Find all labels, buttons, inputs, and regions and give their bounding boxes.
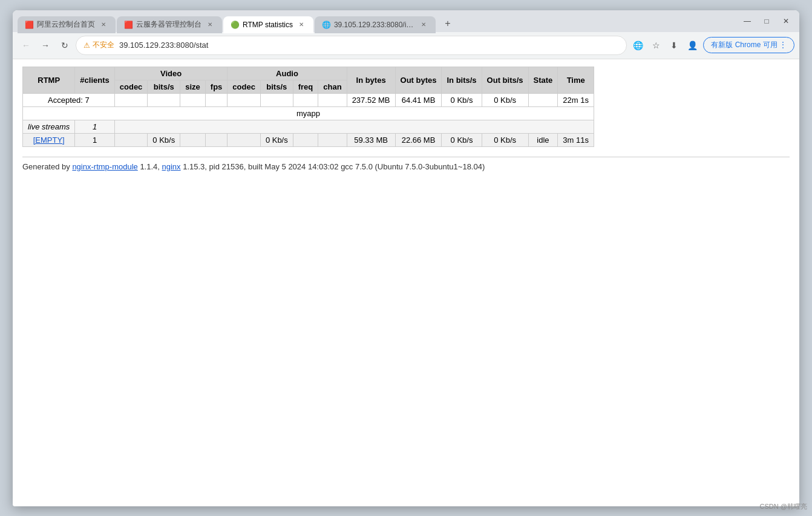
tab-2-icon: 🟥 — [124, 21, 133, 29]
col-audio-freq: freq — [293, 80, 318, 93]
stream-name[interactable]: [EMPTY] — [23, 133, 75, 146]
page-content: RTMP #clients Video Audio In bytes Out b… — [13, 59, 799, 506]
browser-window: 🟥 阿里云控制台首页 ✕ 🟥 云服务器管理控制台 ✕ 🟢 RTMP statis… — [13, 10, 799, 506]
maximize-button[interactable]: □ — [758, 13, 775, 30]
stream-time: 3m 11s — [558, 133, 594, 146]
stream-state: idle — [528, 133, 558, 146]
accepted-state — [528, 93, 558, 106]
col-in-bits: In bits/s — [442, 67, 482, 93]
tab-2[interactable]: 🟥 云服务器管理控制台 ✕ — [117, 16, 222, 33]
tab-1-label: 阿里云控制台首页 — [37, 19, 95, 30]
tab-2-close[interactable]: ✕ — [205, 20, 215, 30]
security-label: 不安全 — [93, 40, 114, 50]
new-tab-button[interactable]: + — [439, 15, 456, 32]
col-state: State — [528, 67, 558, 93]
col-audio-chan: chan — [318, 80, 347, 93]
close-button[interactable]: ✕ — [778, 13, 794, 30]
stream-link[interactable]: [EMPTY] — [33, 136, 65, 145]
col-rtmp: RTMP — [23, 67, 75, 93]
footer-prefix: Generated by — [22, 162, 72, 171]
security-indicator: ⚠ 不安全 — [83, 40, 114, 50]
footer-version1: 1.1.4, — [138, 162, 162, 171]
translate-button[interactable]: 🌐 — [629, 37, 646, 54]
tab-3[interactable]: 🟢 RTMP statistics ✕ — [223, 16, 313, 33]
tab-1-close[interactable]: ✕ — [99, 20, 108, 30]
title-bar: 🟥 阿里云控制台首页 ✕ 🟥 云服务器管理控制台 ✕ 🟢 RTMP statis… — [13, 10, 799, 32]
accepted-video-codec — [114, 93, 148, 106]
accepted-label: Accepted: 7 — [23, 93, 115, 106]
tab-2-label: 云服务器管理控制台 — [136, 19, 201, 30]
tab-4-label: 39.105.129.233:8080/index.h... — [334, 21, 415, 29]
accepted-audio-codec — [228, 93, 261, 106]
address-text: 39.105.129.233:8080/stat — [119, 41, 619, 50]
nav-actions: 🌐 ☆ ⬇ 👤 — [629, 37, 701, 54]
accepted-video-size — [180, 93, 206, 106]
back-button[interactable]: ← — [18, 37, 34, 54]
stream-video-fps — [205, 133, 228, 146]
warning-icon: ⚠ — [83, 41, 90, 50]
stream-audio-chan — [318, 133, 347, 146]
accepted-video-bits — [148, 93, 180, 106]
stream-out-bits: 0 Kb/s — [482, 133, 528, 146]
nginx-rtmp-module-link[interactable]: nginx-rtmp-module — [72, 162, 137, 171]
tab-bar: 🟥 阿里云控制台首页 ✕ 🟥 云服务器管理控制台 ✕ 🟢 RTMP statis… — [18, 10, 734, 32]
accepted-out-bytes: 64.41 MB — [395, 93, 442, 106]
stream-in-bits: 0 Kb/s — [442, 133, 482, 146]
address-bar[interactable]: ⚠ 不安全 39.105.129.233:8080/stat — [76, 36, 627, 55]
rtmp-stats-table: RTMP #clients Video Audio In bytes Out b… — [22, 67, 594, 147]
footer-text: Generated by nginx-rtmp-module 1.1.4, ng… — [22, 157, 790, 171]
download-button[interactable]: ⬇ — [666, 37, 683, 54]
app-name: myapp — [23, 106, 594, 120]
accepted-audio-bits — [260, 93, 293, 106]
stream-audio-codec — [228, 133, 261, 146]
live-streams-count: 1 — [75, 120, 114, 133]
minimize-button[interactable]: — — [739, 13, 756, 30]
stream-video-codec — [114, 133, 148, 146]
accepted-time: 22m 1s — [558, 93, 594, 106]
tab-3-label: RTMP statistics — [243, 21, 293, 29]
profile-button[interactable]: 👤 — [684, 37, 701, 54]
stream-audio-freq — [293, 133, 318, 146]
accepted-in-bits: 0 Kb/s — [442, 93, 482, 106]
accepted-out-bits: 0 Kb/s — [482, 93, 528, 106]
stream-clients: 1 — [75, 133, 114, 146]
col-video-codec: codec — [114, 80, 148, 93]
tab-3-icon: 🟢 — [231, 21, 239, 29]
window-controls: — □ ✕ — [739, 13, 794, 30]
accepted-row: Accepted: 7 237.52 MB 64.41 MB 0 Kb/s 0 … — [23, 93, 594, 106]
live-streams-row: live streams 1 — [23, 120, 594, 133]
table-header-main: RTMP #clients Video Audio In bytes Out b… — [23, 67, 594, 80]
col-time: Time — [558, 67, 594, 93]
tab-3-close[interactable]: ✕ — [296, 20, 306, 30]
footer-suffix: 1.15.3, pid 21536, built May 5 2024 14:0… — [181, 162, 485, 171]
col-out-bits: Out bits/s — [482, 67, 528, 93]
stream-video-bits: 0 Kb/s — [148, 133, 180, 146]
col-audio-bits: bits/s — [260, 80, 293, 93]
tab-1-icon: 🟥 — [25, 21, 33, 29]
stream-audio-bits: 0 Kb/s — [260, 133, 293, 146]
forward-button[interactable]: → — [37, 37, 54, 54]
col-video-group: Video — [114, 67, 228, 80]
nginx-link[interactable]: nginx — [162, 162, 181, 171]
stream-out-bytes: 22.66 MB — [395, 133, 442, 146]
col-in-bytes: In bytes — [347, 67, 395, 93]
stream-row: [EMPTY] 1 0 Kb/s 0 Kb/s 59.33 MB 22.66 M… — [23, 133, 594, 146]
app-row: myapp — [23, 106, 594, 120]
col-clients: #clients — [75, 67, 114, 93]
col-video-fps: fps — [205, 80, 228, 93]
tab-4-close[interactable]: ✕ — [419, 20, 428, 30]
col-audio-group: Audio — [228, 67, 347, 80]
col-video-size: size — [180, 80, 206, 93]
accepted-audio-freq — [293, 93, 318, 106]
bookmark-button[interactable]: ☆ — [647, 37, 664, 54]
update-chrome-button[interactable]: 有新版 Chrome 可用 ⋮ — [703, 37, 794, 53]
nav-bar: ← → ↻ ⚠ 不安全 39.105.129.233:8080/stat 🌐 ☆… — [13, 32, 799, 59]
col-audio-codec: codec — [228, 80, 261, 93]
stream-video-size — [180, 133, 206, 146]
tab-4[interactable]: 🌐 39.105.129.233:8080/index.h... ✕ — [315, 16, 436, 33]
accepted-in-bytes: 237.52 MB — [347, 93, 395, 106]
tab-4-icon: 🌐 — [322, 21, 330, 29]
stream-in-bytes: 59.33 MB — [347, 133, 395, 146]
tab-1[interactable]: 🟥 阿里云控制台首页 ✕ — [18, 16, 116, 33]
reload-button[interactable]: ↻ — [56, 37, 73, 54]
